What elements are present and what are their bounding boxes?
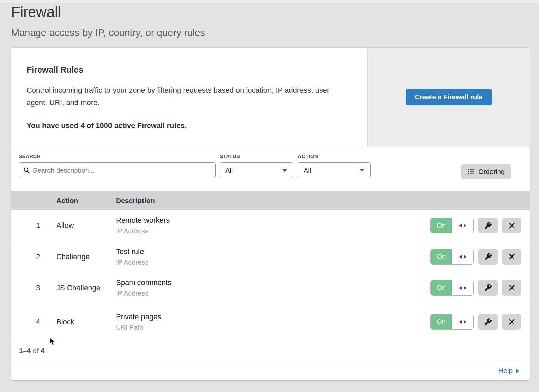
rule-priority: 3: [11, 283, 56, 292]
rule-description: Remote workers: [116, 216, 430, 225]
rule-action: JS Challenge: [56, 283, 116, 292]
rule-controls: On: [430, 314, 530, 330]
column-description: Description: [116, 197, 530, 205]
rule-toggle[interactable]: On: [430, 314, 474, 330]
toggle-arrows-icon: [452, 249, 473, 264]
rule-match-type: URI Path: [116, 324, 430, 331]
toggle-on-label: On: [431, 218, 452, 233]
status-label: STATUS: [220, 153, 293, 159]
rule-description-cell: Test rule IP Address: [116, 247, 430, 266]
delete-rule-button[interactable]: [502, 314, 521, 330]
page-header: Firewall Manage access by IP, country, o…: [0, 0, 539, 38]
rule-controls: On: [430, 218, 530, 233]
card-top-section: Firewall Rules Control incoming traffic …: [11, 48, 530, 147]
table-header: Action Description: [11, 191, 530, 210]
card-heading: Firewall Rules: [27, 65, 347, 75]
search-filter-group: SEARCH: [19, 153, 216, 178]
help-link[interactable]: Help: [498, 367, 519, 375]
card-description: Control incoming traffic to your zone by…: [27, 84, 345, 109]
firewall-rules-card: Firewall Rules Control incoming traffic …: [11, 48, 530, 380]
delete-rule-button[interactable]: [502, 218, 521, 233]
card-intro: Firewall Rules Control incoming traffic …: [11, 48, 367, 147]
wrench-icon: [484, 253, 492, 261]
create-firewall-rule-button[interactable]: Create a Firewall rule: [406, 89, 492, 105]
rules-usage-text: You have used 4 of 1000 active Firewall …: [27, 121, 347, 130]
chevron-down-icon: [359, 169, 365, 172]
pagination-bar: 1–4 of 4: [11, 340, 530, 361]
rule-toggle[interactable]: On: [430, 218, 474, 233]
edit-rule-button[interactable]: [478, 314, 498, 330]
wrench-icon: [484, 284, 492, 292]
ordering-button-label: Ordering: [478, 168, 505, 176]
rule-match-type: IP Address: [116, 227, 430, 235]
x-icon: [508, 222, 515, 229]
rule-priority: 1: [11, 221, 56, 230]
edit-rule-button[interactable]: [478, 218, 498, 233]
rule-toggle[interactable]: On: [430, 280, 474, 296]
top-edge-highlight: [0, 0, 539, 3]
action-filter-group: ACTION All: [298, 153, 371, 178]
status-select[interactable]: All: [220, 162, 293, 178]
card-action-panel: Create a Firewall rule: [367, 48, 530, 147]
toggle-arrows-icon: [452, 218, 473, 233]
x-icon: [508, 318, 515, 325]
rule-priority: 2: [11, 252, 56, 261]
delete-rule-button[interactable]: [502, 249, 521, 265]
page-subtitle: Manage access by IP, country, or query r…: [11, 27, 539, 38]
status-select-value: All: [225, 167, 233, 174]
rule-match-type: IP Address: [116, 259, 430, 266]
edit-rule-button[interactable]: [478, 280, 498, 296]
pagination-range: 1–4: [19, 346, 31, 355]
action-select[interactable]: All: [298, 162, 371, 178]
rule-description-cell: Remote workers IP Address: [116, 216, 430, 235]
pagination-of: of: [33, 346, 39, 355]
ordering-button[interactable]: Ordering: [461, 164, 511, 179]
table-row: 2 Challenge Test rule IP Address On: [11, 241, 530, 272]
search-icon: [23, 167, 30, 174]
x-icon: [508, 253, 515, 260]
rule-toggle[interactable]: On: [430, 249, 474, 265]
filter-bar: SEARCH STATUS All ACTION All: [11, 147, 530, 191]
toggle-arrows-icon: [452, 314, 473, 329]
toggle-on-label: On: [431, 314, 452, 329]
rule-description: Private pages: [116, 312, 430, 321]
rule-description-cell: Private pages URI Path: [116, 312, 430, 331]
rule-action: Allow: [56, 221, 116, 230]
rule-description-cell: Spam comments IP Address: [116, 278, 430, 297]
wrench-icon: [484, 318, 492, 326]
rule-match-type: IP Address: [116, 290, 430, 297]
action-select-value: All: [304, 167, 311, 174]
card-footer: Help: [11, 361, 530, 380]
chevron-down-icon: [282, 169, 287, 172]
wrench-icon: [484, 222, 492, 230]
action-label: ACTION: [298, 153, 371, 159]
table-row: 4 Block Private pages URI Path On: [11, 303, 530, 340]
edit-rule-button[interactable]: [478, 249, 498, 265]
search-box: [19, 162, 216, 178]
toggle-arrows-icon: [452, 280, 473, 295]
ordered-list-icon: [468, 168, 475, 175]
table-row: 3 JS Challenge Spam comments IP Address …: [11, 272, 530, 303]
arrow-right-icon: [516, 369, 519, 373]
rule-action: Challenge: [56, 252, 116, 261]
rule-description: Test rule: [116, 247, 430, 256]
rule-description: Spam comments: [116, 278, 430, 287]
search-input[interactable]: [33, 167, 211, 174]
help-link-label: Help: [498, 367, 513, 375]
toggle-on-label: On: [431, 280, 452, 295]
search-label: SEARCH: [19, 153, 216, 159]
pagination-total: 4: [41, 346, 45, 355]
rule-priority: 4: [11, 318, 56, 326]
table-row: 1 Allow Remote workers IP Address On: [11, 210, 530, 241]
toggle-on-label: On: [431, 249, 452, 264]
status-filter-group: STATUS All: [220, 153, 293, 178]
rule-action: Block: [56, 318, 116, 326]
rule-controls: On: [430, 280, 530, 296]
rule-controls: On: [430, 249, 530, 265]
column-action: Action: [56, 197, 116, 205]
delete-rule-button[interactable]: [502, 280, 521, 296]
page-title: Firewall: [11, 4, 539, 20]
x-icon: [508, 284, 515, 291]
